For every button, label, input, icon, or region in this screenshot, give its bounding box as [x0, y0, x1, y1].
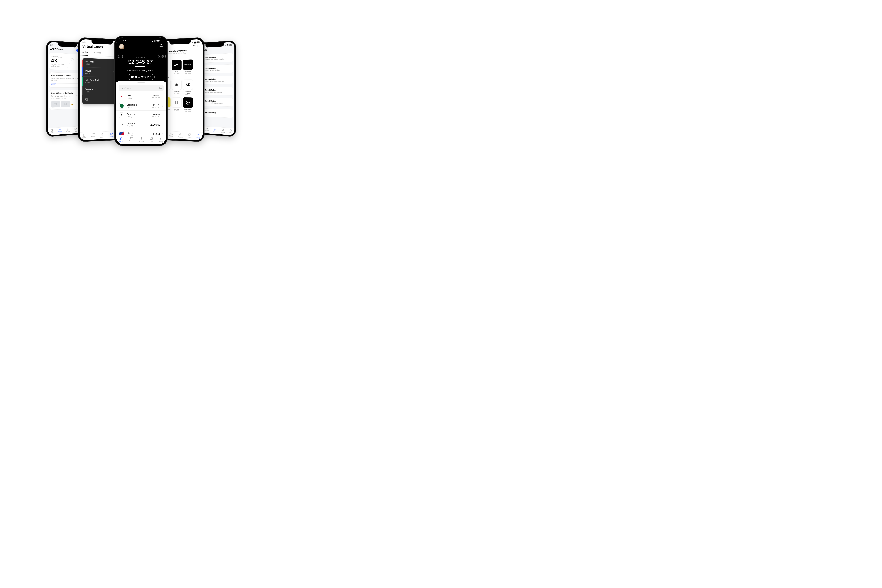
transaction-row[interactable]: StarbucksToday$11.70PENDING›: [116, 101, 166, 110]
search-bar[interactable]: [118, 85, 164, 91]
tab-boosts[interactable]: Boosts: [213, 128, 217, 133]
earning-rate: 4X: [51, 57, 64, 64]
store-tile[interactable]: AEAmerican Eagle5X Points: [183, 80, 193, 96]
chevron-right-icon: ›: [162, 123, 164, 126]
svg-rect-27: [197, 42, 199, 43]
usps-icon: [119, 131, 124, 136]
tab-points[interactable]: 4XPoints: [169, 132, 173, 138]
vc-last4: •• 0292: [85, 72, 91, 74]
payment-due-row[interactable]: Payment Due Friday Aug 4›: [119, 69, 163, 72]
svg-rect-23: [192, 42, 192, 44]
tab-home[interactable]: Home: [82, 134, 86, 139]
wifi-icon: ䷀: [227, 44, 228, 46]
store-tile[interactable]: Athleta5X Points: [172, 98, 182, 112]
gauge-3x: 3X: [72, 58, 73, 60]
store-tile[interactable]: aloAlo Yoga5X Points: [172, 80, 182, 96]
tab-points[interactable]: 4XPoints: [91, 133, 95, 138]
tab-boosts[interactable]: Boosts: [139, 137, 144, 142]
vc-last4: •• 2385: [85, 82, 99, 84]
svg-rect-33: [194, 46, 195, 46]
svg-rect-48: [189, 134, 190, 135]
svg-rect-64: [157, 40, 159, 41]
tab-points[interactable]: 4XPoints: [58, 128, 62, 133]
tab-boosts[interactable]: Boosts: [100, 133, 105, 138]
transaction-row[interactable]: aAmazonToday$84.67PENDING›: [116, 110, 166, 120]
transaction-row[interactable]: X1AutopayAug 20+$1,200.00›: [116, 120, 166, 129]
battery-icon: [229, 44, 232, 46]
tab-boosts[interactable]: Boosts: [178, 133, 183, 138]
vc-last4: •• 2267: [85, 63, 94, 65]
svg-rect-35: [193, 46, 194, 47]
svg-rect-52: [226, 45, 226, 46]
chevron-right-icon: ›: [162, 95, 164, 98]
svg-rect-36: [194, 46, 195, 47]
wifi-icon: ䷀: [194, 41, 196, 44]
grid-view-icon[interactable]: [193, 45, 195, 48]
make-payment-button[interactable]: MAKE A PAYMENT: [128, 74, 154, 80]
svg-point-72: [121, 140, 122, 140]
store-tile-nike[interactable]: Nike4X Points: [172, 60, 182, 74]
battery-icon: [156, 40, 160, 42]
svg-point-38: [197, 45, 198, 45]
tab-cards[interactable]: Cards: [149, 137, 154, 142]
tab-shop[interactable]: Shop: [159, 137, 163, 142]
transaction-row[interactable]: USPSAug 19$70.54›: [116, 129, 166, 136]
svg-rect-50: [225, 45, 225, 46]
vc-name: Anonymous: [85, 88, 96, 91]
status-time: 1:00: [82, 41, 86, 43]
tab-home[interactable]: Home: [119, 137, 123, 142]
avatar[interactable]: [119, 44, 124, 49]
svg-rect-39: [198, 45, 200, 45]
svg-rect-22: [191, 43, 192, 44]
vc-name: HBO Max: [85, 60, 94, 63]
svg-rect-34: [195, 46, 195, 46]
store-tile-sephora[interactable]: SEPHORASephora5X Points: [183, 59, 193, 74]
transaction-list[interactable]: ▲DeltaToday$480.00PENDING› StarbucksToda…: [116, 92, 166, 136]
filter-icon[interactable]: [159, 86, 162, 90]
points-total: 3,402 Points: [50, 47, 64, 51]
balance-label: BALANCE: [128, 57, 153, 58]
tab-cards[interactable]: Cards: [74, 128, 77, 132]
svg-point-68: [159, 87, 160, 87]
svg-rect-32: [193, 46, 194, 46]
svg-rect-29: [193, 45, 194, 45]
svg-rect-19: [83, 134, 85, 136]
transaction-row[interactable]: ▲DeltaToday$480.00PENDING›: [116, 92, 166, 101]
tab-points[interactable]: 4XPoints: [129, 137, 134, 142]
tab-shop[interactable]: Shop: [196, 134, 200, 139]
svg-rect-54: [230, 45, 231, 45]
status-time: 1:00: [50, 44, 54, 46]
tab-canceled[interactable]: Canceled: [92, 50, 101, 56]
svg-point-70: [160, 88, 161, 88]
svg-rect-28: [200, 42, 200, 42]
invite-card-2[interactable]: X1: [61, 101, 70, 107]
list-view-icon[interactable]: [197, 45, 200, 48]
svg-rect-31: [195, 45, 195, 45]
tab-cards[interactable]: Cards: [188, 133, 192, 138]
svg-rect-37: [195, 46, 195, 47]
chevron-right-icon: ›: [162, 104, 164, 108]
tab-shop[interactable]: Shop: [229, 129, 232, 134]
status-time: 1:00: [122, 39, 126, 42]
tab-points[interactable]: 4XPoints: [205, 128, 209, 132]
tab-cards[interactable]: Cards: [110, 132, 114, 138]
svg-rect-43: [198, 46, 200, 47]
tab-active[interactable]: Active: [82, 50, 88, 56]
svg-rect-30: [194, 45, 195, 45]
tab-home[interactable]: Home: [50, 129, 54, 134]
store-tile[interactable]: Backcountry5X Points: [183, 98, 193, 112]
starbucks-icon: [119, 103, 124, 109]
search-input[interactable]: [124, 87, 158, 90]
tab-boosts[interactable]: Boosts: [66, 128, 70, 133]
delta-icon: ▲: [119, 94, 124, 99]
signal-icon: [224, 44, 226, 46]
invite-card-1[interactable]: X1: [51, 101, 60, 108]
tab-cards[interactable]: Cards: [221, 128, 225, 133]
sephora-icon: SEPHORA: [183, 59, 193, 70]
svg-rect-20: [110, 133, 112, 135]
balance-peek-right: $30: [158, 54, 166, 59]
progress-current: $2,254: [51, 84, 55, 86]
balance-peek-left: .00: [117, 54, 123, 59]
bell-icon[interactable]: [159, 44, 163, 48]
sheet-handle[interactable]: [138, 82, 145, 83]
